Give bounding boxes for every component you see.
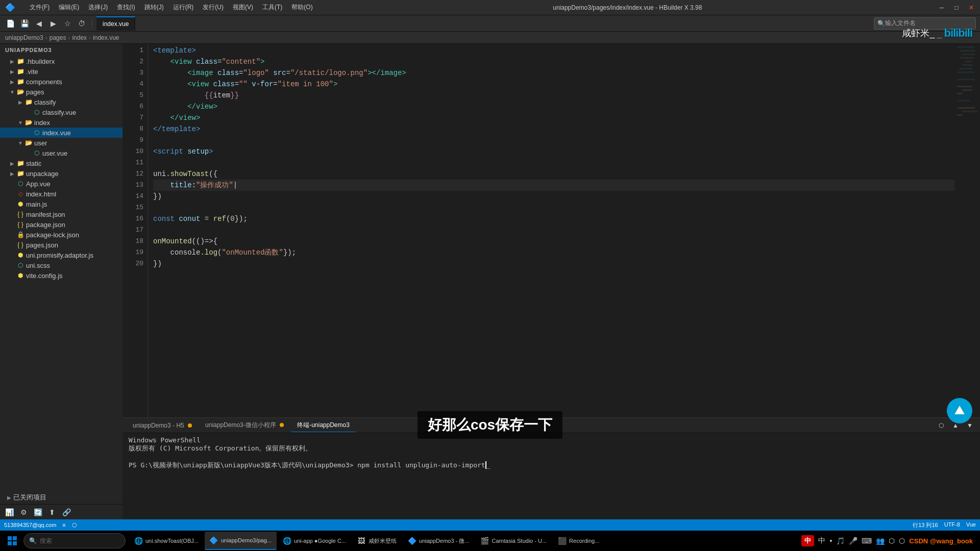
menu-find[interactable]: 查找(I) (113, 2, 139, 13)
taskbar-item-4[interactable]: 🔷 uniappDemo3 - 微... (403, 532, 474, 550)
code-line-13[interactable]: title:"操作成功"| (153, 180, 954, 191)
code-content[interactable]: <template> <view class="content"> <image… (148, 44, 954, 417)
code-line-5[interactable]: {{item}} (153, 90, 954, 101)
code-line-9[interactable] (153, 135, 954, 146)
title-bar: 🔷 文件(F) 编辑(E) 选择(J) 查找(I) 跳转(J) 运行(R) 发行… (0, 0, 980, 15)
sidebar-item-unpackage[interactable]: ▶ 📁 unpackage (0, 168, 122, 179)
svg-rect-17 (8, 536, 12, 540)
menu-run[interactable]: 运行(R) (169, 2, 198, 13)
code-line-12[interactable]: uni.showToast({ (153, 168, 954, 180)
terminal-tab-weixin[interactable]: uniappDemo3-微信小程序 (199, 419, 290, 432)
sidebar-item-components[interactable]: ▶ 📁 components (0, 77, 122, 87)
terminal-tab-h5[interactable]: uniappDemo3 - H5 (127, 420, 198, 431)
sidebar-item-index-folder[interactable]: ▼ 📂 index (0, 117, 122, 128)
sidebar-item-uni-promisify[interactable]: ▶ ⬢ uni.promisify.adaptor.js (0, 250, 122, 260)
minimize-button[interactable]: ─ (938, 4, 945, 11)
menu-file[interactable]: 文件(F) (26, 2, 54, 13)
taskbar-item-1[interactable]: 🔷 uniappDemo3/pag... (205, 532, 277, 550)
sidebar-item-pages-json[interactable]: ▶ { } pages.json (0, 240, 122, 250)
sidebar-item-package-json[interactable]: ▶ { } package.json (0, 219, 122, 230)
sidebar-footer-btn-3[interactable]: 🔄 (32, 506, 44, 518)
breadcrumb-item-index[interactable]: index (72, 34, 87, 41)
code-line-10[interactable]: <script setup> (153, 146, 954, 157)
sidebar-item-index-html[interactable]: ▶ ◇ index.html (0, 189, 122, 199)
taskbar-item-0[interactable]: 🌐 uni.showToast(OBJ... (129, 532, 204, 550)
sidebar-item-manifest-json[interactable]: ▶ { } manifest.json (0, 209, 122, 219)
close-button[interactable]: ✕ (968, 4, 975, 11)
save-button[interactable]: 💾 (18, 17, 31, 30)
sidebar-item-hbuilderx[interactable]: ▶ 📁 .hbuilderx (0, 56, 122, 66)
sidebar-item-classify-vue[interactable]: ▶ ⬡ classify.vue (0, 107, 122, 117)
code-line-15[interactable] (153, 202, 954, 213)
code-line-8[interactable]: </template> (153, 123, 954, 135)
svg-rect-11 (962, 89, 972, 91)
sidebar-item-closed-projects[interactable]: ▶ 已关闭项目 (0, 491, 122, 504)
menu-publish[interactable]: 发行(U) (199, 2, 228, 13)
sidebar-item-index-vue[interactable]: ▶ ⬡ index.vue (0, 128, 122, 138)
code-line-2[interactable]: <view class="content"> (153, 56, 954, 67)
code-line-17[interactable] (153, 224, 954, 236)
menu-edit[interactable]: 编辑(E) (55, 2, 83, 13)
editor-tab-index-vue[interactable]: index.vue (96, 16, 135, 31)
new-file-button[interactable]: 📄 (4, 17, 16, 30)
menu-view[interactable]: 视图(V) (229, 2, 257, 13)
sidebar-label: classify (34, 98, 56, 106)
menu-tools[interactable]: 工具(T) (258, 2, 286, 13)
sidebar-footer-btn-1[interactable]: 📊 (3, 506, 15, 518)
sidebar-footer-btn-5[interactable]: 🔗 (60, 506, 72, 518)
sidebar-item-user-folder[interactable]: ▼ 📂 user (0, 138, 122, 148)
sidebar-item-static[interactable]: ▶ 📁 static (0, 158, 122, 168)
sidebar-item-classify[interactable]: ▶ 📁 classify (0, 97, 122, 107)
sidebar-footer-btn-4[interactable]: ⬆ (46, 506, 58, 518)
code-editor[interactable]: 1234567891011121314151617181920 <templat… (122, 44, 980, 417)
code-line-4[interactable]: <view class="" v-for="item in 100"> (153, 79, 954, 90)
code-line-7[interactable]: </view> (153, 112, 954, 123)
sidebar-item-uni-scss[interactable]: ▶ ⬡ uni.scss (0, 260, 122, 270)
breadcrumb-item-project[interactable]: uniappDemo3 (5, 34, 43, 41)
taskbar-item-3[interactable]: 🖼 咸虾米壁纸 (352, 532, 402, 550)
terminal-content[interactable]: Windows PowerShell 版权所有 (C) Microsoft Co… (122, 433, 980, 519)
code-line-3[interactable]: <image class="logo" src="/static/logo.pn… (153, 67, 954, 79)
breadcrumb-item-pages[interactable]: pages (50, 34, 66, 41)
sidebar-item-pages[interactable]: ▼ 📂 pages (0, 87, 122, 97)
code-line-20[interactable]: }) (153, 258, 954, 269)
sidebar-label: index.vue (42, 129, 71, 137)
ime-label: 中 (804, 536, 811, 545)
json-icon: { } (16, 210, 24, 218)
sidebar-item-app-vue[interactable]: ▶ ⬡ App.vue (0, 179, 122, 189)
start-button[interactable] (2, 531, 22, 551)
ime-button[interactable]: 中 (801, 535, 814, 546)
window-title: uniappDemo3/pages/index/index.vue - HBui… (553, 4, 702, 11)
sidebar-footer-btn-2[interactable]: ⚙ (17, 506, 30, 518)
code-line-19[interactable]: console.log("onMounted函数"}); (153, 247, 954, 258)
sidebar-item-vite[interactable]: ▶ 📁 .vite (0, 66, 122, 77)
code-line-1[interactable]: <template> (153, 45, 954, 56)
taskbar-item-6[interactable]: ⬛ Recording... (553, 532, 604, 550)
taskbar-search[interactable]: 🔍 搜索 (23, 533, 126, 548)
code-line-14[interactable]: }) (153, 191, 954, 202)
bili-float-button[interactable] (947, 398, 972, 423)
terminal-expand-button[interactable]: ⬡ (935, 419, 947, 432)
forward-button[interactable]: ▶ (47, 17, 59, 30)
menu-help[interactable]: 帮助(O) (287, 2, 316, 13)
sidebar-item-vite-config[interactable]: ▶ ⬢ vite.config.js (0, 270, 122, 281)
code-line-11[interactable] (153, 157, 954, 168)
menu-select[interactable]: 选择(J) (84, 2, 112, 13)
back-button[interactable]: ◀ (33, 17, 45, 30)
sidebar-item-user-vue[interactable]: ▶ ⬡ user.vue (0, 148, 122, 158)
window-controls: ─ □ ✕ (938, 4, 975, 11)
code-line-6[interactable]: </view> (153, 101, 954, 112)
code-line-16[interactable]: const conut = ref(0}); (153, 213, 954, 224)
breadcrumb-item-file[interactable]: index.vue (93, 34, 119, 41)
sidebar-item-main-js[interactable]: ▶ ⬢ main.js (0, 199, 122, 209)
maximize-button[interactable]: □ (953, 4, 960, 11)
history-button[interactable]: ⏱ (76, 17, 88, 30)
sidebar-label: classify.vue (42, 109, 76, 116)
sidebar-item-package-lock[interactable]: ▶ 🔒 package-lock.json (0, 230, 122, 240)
bookmark-button[interactable]: ☆ (61, 17, 74, 30)
taskbar-item-2[interactable]: 🌐 uni-app ●Google C... (278, 532, 351, 550)
terminal-tab-terminal[interactable]: 终端-uniappDemo3 (291, 419, 356, 432)
code-line-18[interactable]: onMounted(()=>{ (153, 236, 954, 247)
taskbar-item-5[interactable]: 🎬 Camtasia Studio - U... (476, 532, 552, 550)
menu-jump[interactable]: 跳转(J) (140, 2, 168, 13)
